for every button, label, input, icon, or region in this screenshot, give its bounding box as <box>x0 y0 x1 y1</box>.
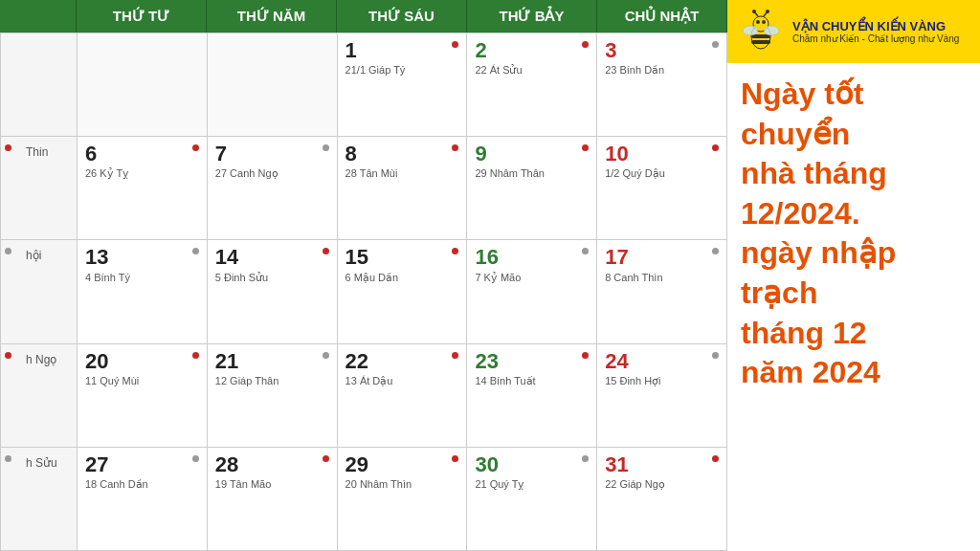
svg-point-10 <box>743 26 758 35</box>
dot-indicator <box>582 455 589 462</box>
svg-point-9 <box>766 10 769 13</box>
lunar-date: 4 Bính Tý <box>85 272 199 283</box>
dot-indicator <box>5 248 11 254</box>
day-number: 13 <box>85 246 199 269</box>
svg-rect-2 <box>751 40 770 44</box>
logo-title: VẬN CHUYỂN KIẾN VÀNG <box>792 19 959 33</box>
dot-indicator <box>323 144 329 151</box>
promo-line: ngày nhập <box>741 235 896 270</box>
day-cell-3-5: 2415 Đinh Hợi <box>597 344 727 447</box>
day-number: 28 <box>215 453 329 476</box>
day-number: 1 <box>345 39 459 62</box>
dot-indicator <box>712 455 719 462</box>
day-cell-4-1: 2718 Canh Dần <box>78 448 208 550</box>
logo-subtitle: Chăm như Kiến - Chất lượng như Vàng <box>792 33 959 44</box>
dot-indicator <box>582 352 589 359</box>
day-cell-3-2: 2112 Giáp Thân <box>208 344 338 447</box>
dot-indicator <box>192 352 199 359</box>
calendar-row-1: Thin626 Kỷ Tỵ727 Canh Ngọ828 Tân Mùi929 … <box>1 137 727 240</box>
header-col-0 <box>0 0 77 33</box>
dot-indicator <box>323 352 329 359</box>
lunar-date: 15 Đinh Hợi <box>605 375 719 387</box>
lunar-date: 6 Mậu Dần <box>345 272 459 284</box>
day-cell-3-3: 2213 Át Dậu <box>338 344 468 447</box>
day-number: 30 <box>475 453 589 476</box>
day-number: 17 <box>605 246 719 269</box>
day-cell-4-4: 3021 Quý Tỵ <box>467 448 597 550</box>
lunar-date: 26 Kỷ Tỵ <box>85 167 199 180</box>
day-cell-3-0: h Ngọ <box>1 344 78 447</box>
day-number: 22 <box>345 350 459 373</box>
lunar-date: 5 Đinh Sửu <box>215 272 329 284</box>
day-number: 10 <box>605 143 719 165</box>
day-number: 16 <box>475 246 589 269</box>
header-thu-nam: THỨ NĂM <box>207 0 337 33</box>
day-number: 6 <box>85 143 199 165</box>
dot-indicator <box>452 352 458 359</box>
day-number: 23 <box>475 350 589 373</box>
day-number: 20 <box>85 350 199 373</box>
header-thu-sau: THỨ SÁU <box>337 0 467 33</box>
day-cell-1-2: 727 Canh Ngọ <box>208 137 338 239</box>
calendar-header: THỨ TƯ THỨ NĂM THỨ SÁU THỨ BẢY CHỦ NHẬT <box>0 0 727 33</box>
day-cell-0-4: 222 Át Sửu <box>467 33 597 136</box>
logo-icon <box>737 8 785 55</box>
calendar-section: THỨ TƯ THỨ NĂM THỨ SÁU THỨ BẢY CHỦ NHẬT … <box>0 0 727 551</box>
dot-indicator <box>712 41 719 48</box>
lunar-date: 13 Át Dậu <box>345 375 459 387</box>
dot-indicator <box>5 455 11 462</box>
lunar-date: 7 Kỷ Mão <box>475 272 589 284</box>
promo-line: Ngày tốt chuyển <box>741 77 863 151</box>
day-cell-0-0 <box>1 33 78 136</box>
side-label: hội <box>22 245 45 266</box>
lunar-date: 12 Giáp Thân <box>215 375 329 386</box>
logo-bar: VẬN CHUYỂN KIẾN VÀNG Chăm như Kiến - Chấ… <box>727 0 980 63</box>
day-number: 7 <box>215 143 329 165</box>
lunar-date: 22 Át Sửu <box>475 64 589 77</box>
calendar-body: 121/1 Giáp Tý222 Át Sửu323 Bính DầnThin6… <box>0 33 727 551</box>
svg-point-11 <box>764 26 779 35</box>
day-cell-2-1: 134 Bính Tý <box>78 240 208 342</box>
lunar-date: 20 Nhâm Thìn <box>345 478 459 490</box>
promo-content: Ngày tốt chuyểnnhà tháng12/2024.ngày nhậ… <box>741 75 967 393</box>
calendar-row-0: 121/1 Giáp Tý222 Át Sửu323 Bính Dần <box>1 33 727 137</box>
logo-text-block: VẬN CHUYỂN KIẾN VÀNG Chăm như Kiến - Chấ… <box>792 19 959 44</box>
calendar-row-4: h Sửu2718 Canh Dần2819 Tân Mão2920 Nhâm … <box>1 448 727 551</box>
dot-indicator <box>5 144 11 151</box>
day-cell-4-5: 3122 Giáp Ngọ <box>597 448 727 550</box>
day-number: 27 <box>85 453 199 476</box>
dot-indicator <box>323 455 329 462</box>
day-cell-3-1: 2011 Quý Mùi <box>78 344 208 447</box>
day-cell-1-1: 626 Kỷ Tỵ <box>78 137 208 239</box>
day-number: 14 <box>215 246 329 269</box>
day-number: 29 <box>345 453 459 476</box>
promo-line: trạch <box>741 276 817 310</box>
day-number: 31 <box>605 453 719 476</box>
lunar-date: 22 Giáp Ngọ <box>605 478 719 491</box>
day-number: 21 <box>215 350 329 373</box>
promo-line: tháng 12 <box>741 316 867 350</box>
day-number: 24 <box>605 350 719 373</box>
header-thu-tu: THỨ TƯ <box>77 0 207 33</box>
day-number: 9 <box>475 143 589 165</box>
svg-point-7 <box>752 10 756 13</box>
lunar-date: 11 Quý Mùi <box>85 375 199 386</box>
side-label: h Ngọ <box>22 349 60 370</box>
day-cell-1-3: 828 Tân Mùi <box>338 137 468 239</box>
lunar-date: 23 Bính Dần <box>605 64 719 77</box>
lunar-date: 21/1 Giáp Tý <box>345 64 459 76</box>
lunar-date: 1/2 Quý Dậu <box>605 167 719 180</box>
promo-line: nhà tháng <box>741 156 887 190</box>
calendar-row-3: h Ngọ2011 Quý Mùi2112 Giáp Thân2213 Át D… <box>1 344 727 448</box>
lunar-date: 19 Tân Mão <box>215 478 329 490</box>
day-cell-2-2: 145 Đinh Sửu <box>208 240 338 342</box>
day-cell-2-5: 178 Canh Thìn <box>597 240 727 342</box>
day-number: 3 <box>605 39 719 62</box>
day-cell-0-5: 323 Bính Dần <box>597 33 727 136</box>
header-chu-nhat: CHỦ NHẬT <box>597 0 727 33</box>
dot-indicator <box>192 455 199 462</box>
side-panel: VẬN CHUYỂN KIẾN VÀNG Chăm như Kiến - Chấ… <box>727 0 980 551</box>
day-cell-2-0: hội <box>1 240 78 342</box>
dot-indicator <box>712 352 719 359</box>
day-cell-2-4: 167 Kỷ Mão <box>467 240 597 342</box>
